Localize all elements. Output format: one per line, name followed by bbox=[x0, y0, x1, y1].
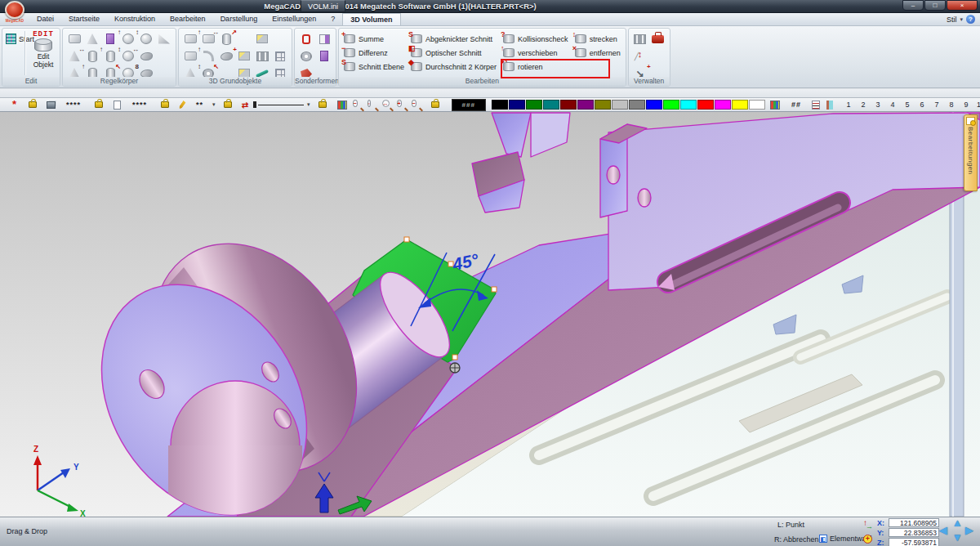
close-button[interactable]: × bbox=[947, 0, 978, 11]
optischer-schnitt-button[interactable]: ◧Optischer Schnitt bbox=[408, 46, 499, 60]
layer-number-1[interactable]: 1 bbox=[841, 101, 856, 109]
regelkoerper-icon-1-1[interactable]: ↑ bbox=[83, 48, 101, 65]
chevron-down-icon[interactable]: ▾ bbox=[960, 16, 963, 23]
color-swatch-14[interactable] bbox=[732, 100, 748, 110]
regelkoerper-icon-0-1[interactable] bbox=[83, 31, 101, 47]
tab-3d-volumen[interactable]: 3D Volumen bbox=[342, 13, 400, 25]
regelkoerper-icon-1-4[interactable] bbox=[137, 48, 155, 65]
pen-dropdown[interactable]: ▾ bbox=[212, 101, 216, 108]
layer-number-2[interactable]: 2 bbox=[856, 101, 871, 109]
color-grid-icon[interactable] bbox=[337, 101, 347, 110]
layer-number-3[interactable]: 3 bbox=[871, 101, 885, 109]
verwalten-icon-0-0[interactable] bbox=[631, 31, 649, 47]
sonderformen-icon-1-0[interactable] bbox=[297, 48, 315, 65]
zoom-extents-icon[interactable]: ↔ bbox=[382, 99, 394, 110]
color-swatch-5[interactable] bbox=[577, 100, 594, 110]
zoom-in-icon[interactable]: + bbox=[397, 99, 408, 110]
snap-crosshair-icon[interactable]: + bbox=[863, 535, 872, 544]
regelkoerper-icon-0-3[interactable]: ↕ bbox=[119, 31, 137, 47]
pen-lock-icon[interactable] bbox=[161, 101, 169, 108]
differenz-button[interactable]: −Differenz bbox=[341, 46, 407, 60]
color-swatch-15[interactable] bbox=[749, 100, 765, 110]
schnitt-ebene-button[interactable]: SSchnitt Ebene bbox=[341, 60, 407, 74]
layer-number-6[interactable]: 6 bbox=[915, 101, 929, 109]
color-swatch-13[interactable] bbox=[715, 100, 731, 110]
regelkoerper-icon-0-0[interactable] bbox=[65, 31, 83, 47]
layer-number-4[interactable]: 4 bbox=[885, 101, 900, 109]
durchschnitt-2-k-rper-button[interactable]: ◆Durchschnitt 2 Körper bbox=[408, 60, 499, 74]
group-lock-icon[interactable] bbox=[95, 101, 103, 108]
grundobjekte-icon-1-5[interactable] bbox=[271, 48, 289, 65]
color-swatch-4[interactable] bbox=[560, 100, 577, 110]
sonderformen-icon-0-0[interactable] bbox=[297, 31, 315, 47]
color-swatch-0[interactable] bbox=[492, 100, 508, 110]
layer-number-5[interactable]: 5 bbox=[900, 101, 915, 109]
linetype-selector[interactable] bbox=[253, 101, 304, 108]
menu-item-datei[interactable]: Datei bbox=[29, 13, 61, 25]
grundobjekte-icon-1-4[interactable] bbox=[253, 48, 271, 65]
color-swatch-2[interactable] bbox=[526, 100, 542, 110]
viewport-canvas[interactable]: 45° Z Y X bbox=[0, 112, 980, 517]
verwalten-icon-0-1[interactable] bbox=[649, 31, 667, 47]
color-swatch-9[interactable] bbox=[646, 100, 662, 110]
coord-value[interactable]: 121.608905 bbox=[889, 518, 939, 527]
color-swatch-1[interactable] bbox=[509, 100, 525, 110]
layer-number-10[interactable]: 10 bbox=[973, 101, 980, 109]
regelkoerper-icon-1-2[interactable]: ↕ bbox=[101, 48, 119, 65]
coord-value[interactable]: -57.593871 bbox=[889, 538, 939, 546]
layers-icon[interactable] bbox=[47, 101, 56, 109]
layer-number-7[interactable]: 7 bbox=[929, 101, 944, 109]
pan-up-arrow[interactable]: ▲ bbox=[952, 517, 963, 528]
current-color-chip[interactable]: ### bbox=[452, 99, 486, 111]
zoom-out-icon[interactable]: − bbox=[353, 99, 364, 110]
regelkoerper-icon-1-3[interactable]: ↔ bbox=[119, 48, 137, 65]
page-icon[interactable] bbox=[114, 101, 121, 110]
layer-list-icon[interactable] bbox=[812, 101, 820, 110]
style-menu[interactable]: Stil bbox=[947, 16, 957, 24]
layer-lock-icon[interactable] bbox=[29, 101, 37, 108]
line-width-icon[interactable]: ⇄ bbox=[242, 101, 248, 110]
menu-item-bearbeiten[interactable]: Bearbeiten bbox=[163, 13, 213, 25]
color-swatch-11[interactable] bbox=[680, 100, 697, 110]
grundobjekte-icon-0-2[interactable]: ↗ bbox=[217, 31, 235, 47]
maximize-button[interactable]: □ bbox=[924, 0, 946, 11]
document-tab[interactable]: VOLM.ini bbox=[301, 0, 345, 12]
color-lock-icon[interactable] bbox=[431, 101, 439, 108]
grundobjekte-icon-1-2[interactable]: + bbox=[217, 48, 235, 65]
color-swatch-10[interactable] bbox=[663, 100, 679, 110]
menu-item-[interactable]: ? bbox=[323, 13, 342, 25]
regelkoerper-icon-0-4[interactable] bbox=[137, 31, 155, 47]
zoom-lock-icon[interactable] bbox=[318, 101, 327, 108]
grundobjekte-icon-1-1[interactable] bbox=[199, 48, 217, 65]
color-dialog-icon[interactable] bbox=[770, 101, 780, 110]
side-panel-tab[interactable]: Bearbeitungen bbox=[964, 114, 978, 191]
color-swatch-7[interactable] bbox=[612, 100, 628, 110]
linetype-dropdown[interactable]: ▾ bbox=[307, 101, 310, 108]
grundobjekte-icon-0-4[interactable] bbox=[253, 31, 271, 47]
coord-value[interactable]: 22.836853 bbox=[889, 528, 939, 537]
regelkoerper-icon-0-5[interactable] bbox=[155, 31, 173, 47]
edit-objekt-button[interactable]: EDIT EditObjekt bbox=[27, 30, 60, 69]
linetype-lock-icon[interactable] bbox=[224, 101, 232, 108]
layer-number-8[interactable]: 8 bbox=[944, 101, 959, 109]
summe-button[interactable]: +Summe bbox=[341, 32, 407, 46]
grundobjekte-icon-1-3[interactable] bbox=[235, 48, 253, 65]
minimize-button[interactable]: – bbox=[902, 0, 924, 11]
regelkoerper-icon-0-2[interactable]: ↑ bbox=[101, 31, 119, 47]
color-swatch-12[interactable] bbox=[697, 100, 714, 110]
sonderformen-icon-1-1[interactable] bbox=[315, 48, 333, 65]
pen-icon[interactable] bbox=[178, 100, 186, 109]
zoom-previous-icon[interactable]: − bbox=[412, 99, 423, 110]
verwalten-icon-1-0[interactable] bbox=[631, 48, 649, 65]
pan-down-arrow[interactable]: ▼ bbox=[952, 532, 963, 543]
layer-number-9[interactable]: 9 bbox=[959, 101, 973, 109]
pan-left-arrow[interactable]: ◀ bbox=[939, 525, 947, 535]
verschieben-button[interactable]: ↑verschieben bbox=[501, 46, 571, 60]
menu-item-konstruktion[interactable]: Konstruktion bbox=[107, 13, 163, 25]
regelkoerper-icon-1-0[interactable]: ↔ bbox=[65, 48, 83, 65]
help-icon[interactable]: ? bbox=[966, 15, 975, 24]
hatch-field[interactable]: ## bbox=[791, 101, 801, 109]
pivot-handle[interactable] bbox=[450, 363, 460, 373]
color-swatch-6[interactable] bbox=[595, 100, 611, 110]
pen-field[interactable]: ** bbox=[196, 101, 203, 109]
